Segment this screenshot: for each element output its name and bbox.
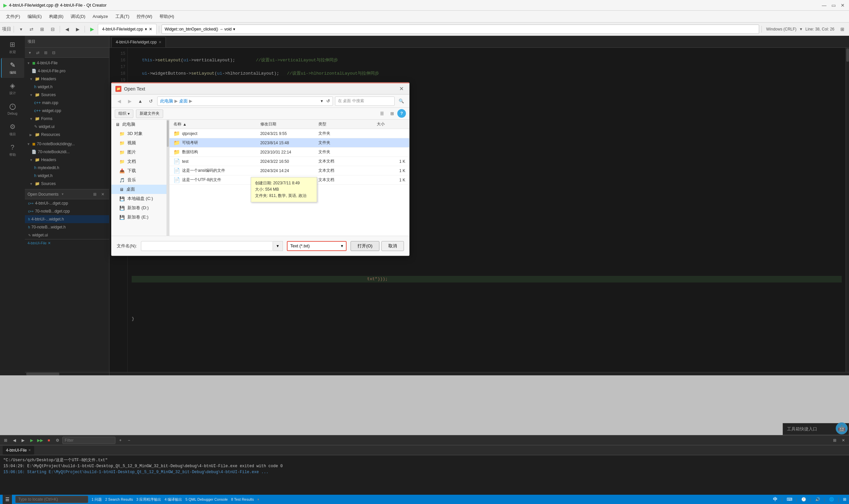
breadcrumb-computer[interactable]: 此电脑 (160, 98, 173, 104)
active-file-tab[interactable]: 4-btnUI-File/widget.cpp ▾ ✕ (98, 24, 157, 35)
file-row-qtproject[interactable]: 📁 qtproject 2024/3/21 9:55 文件夹 (169, 129, 409, 138)
nav-refresh-btn[interactable]: ↺ (147, 97, 155, 105)
status-menu-btn[interactable]: ☰ (3, 495, 12, 504)
status-issues[interactable]: 1 问题 (92, 497, 102, 502)
documents-icon: 📁 (120, 159, 125, 164)
new-folder-btn[interactable]: 新建文件夹 (136, 109, 163, 118)
minimize-button[interactable]: — (821, 2, 827, 8)
status-dropdown[interactable]: ▾ (257, 497, 259, 502)
status-qml[interactable]: 5 QML Debugger Console (185, 497, 228, 501)
sidebar-images[interactable]: 📁 图片 (111, 147, 169, 157)
nav-up-btn[interactable]: ▲ (136, 97, 145, 105)
output-close[interactable]: ✕ (840, 437, 847, 444)
dialog-open-btn[interactable]: 打开(O) (350, 241, 379, 251)
cancel-btn-label: 取消 (389, 243, 397, 249)
dialog-overlay: 📁 Open Text ✕ ◀ ▶ ▲ ↺ 此电脑 ▶ 桌面 ▶ ▾ ↺ 在 桌… (0, 36, 849, 435)
output-nav-next[interactable]: ▶ (19, 437, 26, 444)
link-btn[interactable]: ⇄ (27, 24, 36, 34)
file-row-kerui[interactable]: 📁 可锐考研 2023/8/14 15:48 文件夹 (169, 138, 409, 147)
maximize-button[interactable]: ▭ (830, 2, 836, 8)
status-divider4: | (824, 497, 825, 502)
dialog-help-btn[interactable]: ? (397, 109, 406, 118)
menu-analyze[interactable]: Analyze (89, 13, 111, 20)
sidebar-3d[interactable]: 📁 3D 对象 (111, 129, 169, 138)
file-row-datastructure[interactable]: 📁 数据结构 2023/10/31 22:14 文件夹 (169, 147, 409, 157)
list-view-btn[interactable]: ☰ (377, 109, 387, 119)
app-tab-close[interactable]: ✕ (28, 448, 31, 452)
expand-btn[interactable]: ⊞ (838, 24, 847, 34)
function-location[interactable]: Widget::on_btnOpen_clicked() → void ▾ (162, 24, 759, 34)
file-row-ansi[interactable]: 📄 这是一个ansi编码的文件 2024/3/24 14:24 文本文档 1 K (169, 166, 409, 175)
menu-tools[interactable]: 工具(T) (112, 12, 133, 21)
sidebar-downloads[interactable]: 📥 下载 (111, 166, 169, 175)
nav-back[interactable]: ◀ (62, 24, 72, 34)
col-header-type[interactable]: 类型 (319, 121, 375, 127)
sidebar-music[interactable]: 🎵 音乐 (111, 175, 169, 185)
filename-input[interactable] (141, 241, 273, 251)
menu-edit[interactable]: 编辑(E) (24, 12, 45, 21)
output-minus[interactable]: − (125, 437, 133, 444)
output-nav-prev[interactable]: ◀ (11, 437, 18, 444)
sidebar-disk-c[interactable]: 💾 本地磁盘 (C:) (111, 194, 169, 203)
sidebar-scrollbar[interactable] (166, 120, 169, 236)
filetype-select[interactable]: Text (*.txt) ▾ (287, 241, 347, 251)
grid-view-btn[interactable]: ⊞ (387, 109, 397, 119)
status-app-output[interactable]: 3 应用程序输出 (136, 497, 161, 502)
function-dropdown[interactable]: ▾ (233, 27, 235, 32)
close-button[interactable]: ✕ (840, 2, 846, 8)
tab-dropdown[interactable]: ▾ (145, 27, 147, 32)
nav-forward[interactable]: ▶ (73, 24, 82, 34)
output-move-btn[interactable]: ⊞ (2, 437, 9, 444)
dialog-search-box[interactable]: 在 桌面 中搜索 (335, 96, 395, 106)
filename-dropdown-btn[interactable]: ▾ (273, 241, 283, 251)
test-date: 2024/3/22 16:50 (260, 159, 318, 164)
menu-file[interactable]: 文件(F) (3, 12, 23, 21)
output-run-btn[interactable]: ▶ (28, 437, 35, 444)
output-stop-btn[interactable]: ■ (45, 437, 52, 444)
status-test[interactable]: 8 Test Results (231, 497, 254, 501)
project-selector[interactable]: 项目 (2, 24, 11, 34)
qtproject-date: 2024/3/21 9:55 (260, 131, 318, 136)
output-settings-btn[interactable]: ⚙ (54, 437, 61, 444)
tab-close[interactable]: ✕ (149, 27, 152, 32)
menu-controls[interactable]: 控件(W) (133, 12, 156, 21)
sidebar-disk-e[interactable]: 💾 新加卷 (E:) (111, 213, 169, 222)
sidebar-video[interactable]: 📁 视频 (111, 138, 169, 147)
col-header-name[interactable]: 名称 ▲ (174, 121, 259, 127)
dialog-cancel-btn[interactable]: 取消 (381, 241, 404, 251)
tooltip-created: 创建日期: 2023/7/11 8:49 (255, 180, 313, 186)
output-plus[interactable]: + (117, 437, 124, 444)
split-btn[interactable]: ⊟ (48, 24, 57, 34)
sidebar-computer[interactable]: 🖥 此电脑 (111, 120, 169, 129)
ansi-icon: 📄 (174, 167, 180, 174)
file-row-test[interactable]: 📄 test 2024/3/22 16:50 文本文档 1 K (169, 157, 409, 166)
col-header-date[interactable]: 修改日期 (260, 121, 318, 127)
output-expand[interactable]: ⊞ (831, 437, 838, 444)
dialog-close-button[interactable]: ✕ (397, 85, 405, 93)
breadcrumb-desktop[interactable]: 桌面 (179, 98, 188, 104)
encoding-label: Windows (CRLF) (764, 27, 798, 32)
breadcrumb-dropdown[interactable]: ▾ (321, 98, 323, 104)
nav-forward-btn[interactable]: ▶ (125, 97, 134, 105)
status-compile[interactable]: 4 编译输出 (164, 497, 182, 502)
add-file-btn[interactable]: ⊞ (37, 24, 47, 34)
output-run-btn-2[interactable]: ▶▶ (36, 437, 44, 444)
organize-btn[interactable]: 组织 ▾ (115, 109, 133, 118)
sidebar-documents[interactable]: 📁 文档 (111, 157, 169, 166)
sidebar-desktop[interactable]: 🖥 桌面 (111, 185, 169, 194)
dialog-search-icon-btn[interactable]: 🔍 (397, 96, 406, 106)
breadcrumb-refresh-btn[interactable]: ↺ (326, 98, 330, 104)
nav-back-btn[interactable]: ◀ (115, 97, 123, 105)
filter-btn[interactable]: ▾ (16, 24, 25, 34)
locate-input[interactable] (15, 496, 88, 503)
menu-help[interactable]: 帮助(H) (156, 12, 177, 21)
col-header-size[interactable]: 大小 (377, 121, 405, 127)
app-tab-4btn[interactable]: 4-btnUI-File ✕ (3, 446, 34, 455)
encoding-dropdown[interactable]: ▾ (800, 26, 802, 32)
status-search[interactable]: 2 Search Results (105, 497, 133, 501)
datastructure-label: 数据结构 (182, 149, 198, 155)
menu-debug[interactable]: 调试(D) (67, 12, 89, 21)
filter-input[interactable] (62, 437, 115, 444)
menu-build[interactable]: 构建(B) (46, 12, 67, 21)
sidebar-disk-d[interactable]: 💾 新加卷 (D:) (111, 203, 169, 213)
